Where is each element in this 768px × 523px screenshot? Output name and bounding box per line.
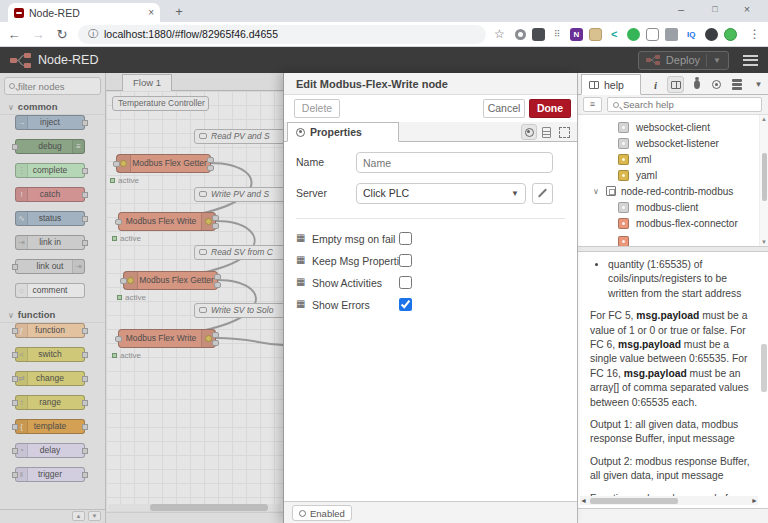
input-port[interactable]: [12, 264, 18, 270]
forward-icon[interactable]: →: [30, 27, 46, 42]
palette-node-inject[interactable]: →inject: [15, 115, 85, 130]
palette-node-comment[interactable]: ◌comment: [15, 283, 85, 298]
help-search-input[interactable]: [623, 99, 756, 110]
output-port[interactable]: [82, 472, 88, 478]
browser-tab[interactable]: Node-RED ×: [8, 3, 160, 22]
output-port[interactable]: [82, 240, 88, 246]
sidebar-more-tabs-icon[interactable]: ▼: [750, 76, 767, 93]
palette-node-debug[interactable]: ≡debug: [15, 139, 85, 154]
empty-msg-checkbox[interactable]: [399, 232, 412, 245]
edit-server-button[interactable]: [532, 183, 553, 204]
scroll-left-icon[interactable]: ◄: [580, 496, 587, 505]
main-menu-icon[interactable]: [743, 55, 758, 66]
server-select[interactable]: Click PLC ▼: [356, 183, 526, 204]
tree-item-partial[interactable]: [578, 232, 758, 246]
extensions-puzzle-icon[interactable]: [705, 28, 718, 41]
input-port[interactable]: [120, 278, 127, 284]
input-port[interactable]: [113, 161, 120, 167]
help-index-button[interactable]: ≡: [583, 97, 602, 112]
scroll-right-icon[interactable]: ►: [751, 496, 758, 505]
output-port[interactable]: [82, 352, 88, 358]
site-info-icon[interactable]: ⓘ: [88, 27, 98, 41]
tree-item-websocket-listener[interactable]: websocket-listener: [578, 136, 758, 152]
input-port[interactable]: [12, 424, 18, 430]
palette-node-function[interactable]: ƒfunction: [15, 323, 85, 338]
image-extension-icon[interactable]: [589, 28, 602, 41]
palette-node-complete[interactable]: ⋮complete: [15, 163, 85, 178]
scrollbar-thumb[interactable]: [150, 504, 268, 511]
canvas-body[interactable]: Temperature Controller Read PV and S Mod…: [106, 91, 283, 523]
delete-button[interactable]: Delete: [294, 99, 340, 118]
print-extension-icon[interactable]: [665, 28, 678, 41]
scroll-down-icon[interactable]: ▼: [760, 239, 768, 245]
tree-item-xml[interactable]: xml: [578, 152, 758, 168]
palette-node-range[interactable]: ↕range: [15, 395, 85, 410]
flow-node-modbus-flex-getter[interactable]: Modbus Flex Getter: [116, 154, 211, 173]
sidebar-tab-context-icon[interactable]: [728, 76, 745, 93]
tab-properties[interactable]: Properties: [287, 122, 399, 142]
palette-node-delay[interactable]: ◔delay: [15, 443, 85, 458]
output-port-1[interactable]: [214, 274, 221, 280]
tree-item-modbus-client[interactable]: modbus-client: [578, 200, 758, 216]
palette-node-template[interactable]: {template: [15, 419, 85, 434]
output-port-1[interactable]: [212, 332, 219, 338]
bookmark-star-icon[interactable]: ☆: [494, 27, 505, 41]
palette-collapse-down-icon[interactable]: ▼: [88, 511, 101, 521]
back-icon[interactable]: ←: [6, 27, 22, 42]
scrollbar-thumb[interactable]: [761, 344, 767, 392]
output-port[interactable]: [82, 168, 88, 174]
iq-extension-icon[interactable]: IQ: [684, 28, 699, 41]
status-circle-extension-icon[interactable]: [627, 28, 640, 41]
done-button[interactable]: Done: [529, 99, 571, 118]
palette-node-catch[interactable]: !catch: [15, 187, 85, 202]
palette-node-change[interactable]: ⇄change: [15, 371, 85, 386]
window-close-button[interactable]: ×: [730, 0, 764, 21]
palette-filter-input[interactable]: [18, 81, 90, 92]
deploy-button[interactable]: Deploy ▼: [638, 51, 729, 70]
flow-node-modbus-flex-write[interactable]: Modbus Flex Write: [118, 329, 216, 348]
refresh-icon[interactable]: ↻: [54, 27, 70, 42]
flow-node-modbus-flex-write[interactable]: Modbus Flex Write: [118, 212, 216, 231]
input-port[interactable]: [115, 336, 122, 342]
name-field[interactable]: [356, 152, 553, 173]
palette-node-link-in[interactable]: ⇥link in: [15, 235, 85, 250]
show-activities-checkbox[interactable]: [399, 276, 412, 289]
output-port[interactable]: [82, 424, 88, 430]
palette-node-link-out[interactable]: ⇥link out: [15, 259, 85, 274]
help-vertical-scrollbar[interactable]: [760, 252, 768, 472]
node-description-button[interactable]: [538, 124, 554, 140]
cancel-button[interactable]: Cancel: [483, 99, 525, 118]
output-port-2[interactable]: [212, 340, 219, 346]
output-port-2[interactable]: [214, 282, 221, 288]
sidebar-tab-config-icon[interactable]: [708, 76, 725, 93]
palette-collapse-up-icon[interactable]: ▲: [72, 511, 85, 521]
help-horizontal-scrollbar[interactable]: ◄ ►: [580, 496, 758, 505]
palette-node-status[interactable]: ∿status: [15, 211, 85, 226]
node-settings-button[interactable]: [521, 124, 537, 140]
flow-tab[interactable]: Flow 1: [122, 74, 172, 91]
avatar-extension-icon[interactable]: [724, 28, 737, 41]
deploy-caret-icon[interactable]: ▼: [713, 56, 721, 65]
palette-node-switch[interactable]: <switch: [15, 347, 85, 362]
input-port[interactable]: [12, 328, 18, 334]
output-port[interactable]: [82, 192, 88, 198]
scrollbar-thumb[interactable]: [762, 153, 767, 201]
input-port[interactable]: [12, 472, 18, 478]
input-port[interactable]: [12, 352, 18, 358]
window-minimize-button[interactable]: –: [664, 0, 698, 21]
tab-help[interactable]: help: [581, 74, 641, 95]
canvas-horizontal-scrollbar[interactable]: [108, 504, 281, 511]
tree-item-node-red-contrib-modbus[interactable]: ∨node-red-contrib-modbus: [578, 184, 758, 200]
help-search[interactable]: [607, 97, 762, 112]
keep-msg-checkbox[interactable]: [399, 254, 412, 267]
address-bar[interactable]: ⓘ localhost:1880/#flow/82965f46.d4655: [78, 25, 486, 44]
tree-scrollbar[interactable]: ▲ ▼: [759, 115, 768, 246]
output-port-2[interactable]: [212, 223, 219, 229]
input-port[interactable]: [12, 376, 18, 382]
input-port[interactable]: [12, 400, 18, 406]
comment-node[interactable]: Read PV and S: [194, 129, 283, 144]
show-errors-checkbox[interactable]: [399, 298, 412, 311]
tab-close-icon[interactable]: ×: [148, 7, 154, 18]
node-appearance-button[interactable]: [556, 124, 572, 140]
output-port[interactable]: [82, 120, 88, 126]
